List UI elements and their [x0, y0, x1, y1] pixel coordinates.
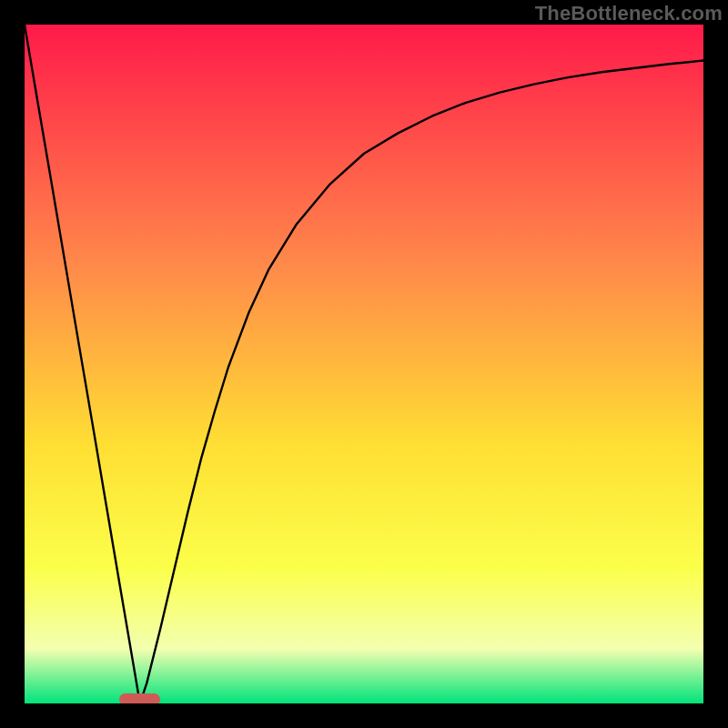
bottleneck-curve [25, 25, 703, 703]
optimal-range-marker [119, 693, 160, 703]
plot-area [25, 25, 703, 703]
chart-frame: TheBottleneck.com [0, 0, 728, 728]
attribution-text: TheBottleneck.com [535, 2, 723, 25]
